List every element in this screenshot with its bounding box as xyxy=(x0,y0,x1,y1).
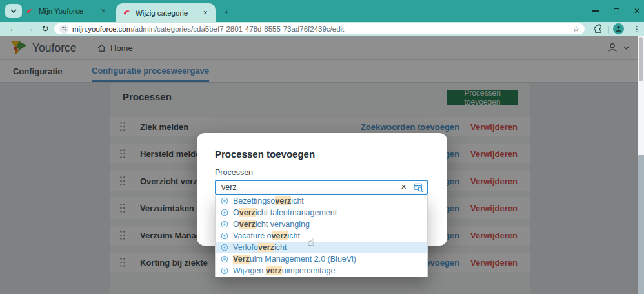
page-viewport: Youforce Home Configuratie Configuratie … xyxy=(0,36,644,294)
process-suggestions-dropdown: Bezettingsoverzicht Overzicht talentmana… xyxy=(215,195,428,277)
add-circle-icon xyxy=(221,255,228,263)
window-restore-button[interactable] xyxy=(607,0,626,22)
tune-icon xyxy=(61,26,67,32)
restore-icon xyxy=(614,8,619,14)
processes-field-label: Processen xyxy=(215,168,253,177)
chevron-down-icon xyxy=(10,9,17,13)
bookmark-star-icon[interactable]: ☆ xyxy=(572,25,579,34)
url-host: mijn.youforce.com xyxy=(72,25,132,33)
address-bar[interactable]: mijn.youforce.com/admin/categories/cda5b… xyxy=(54,23,585,34)
mouse-cursor: ☝ xyxy=(308,236,314,248)
toolbar-separator: | xyxy=(607,25,609,34)
site-info-button[interactable] xyxy=(59,25,68,34)
window-close-button[interactable]: ✕ xyxy=(627,0,644,22)
browser-menu-button[interactable]: ⋮ xyxy=(631,22,643,36)
suggestion-text: Overzicht talentmanagement xyxy=(233,208,337,217)
process-search-input[interactable] xyxy=(215,180,428,195)
suggestion-text: Vacature overzicht xyxy=(233,231,300,240)
add-circle-icon xyxy=(221,220,228,228)
forward-button[interactable]: → xyxy=(22,22,37,36)
back-button[interactable]: ← xyxy=(5,22,21,36)
suggestion-text: Verzuim Management 2.0 (BlueVi) xyxy=(233,255,356,264)
window-minimize-button[interactable] xyxy=(586,0,605,22)
browse-catalog-icon[interactable] xyxy=(414,183,423,192)
add-circle-icon xyxy=(221,197,228,205)
match-highlight: verz xyxy=(266,266,282,275)
profile-avatar[interactable] xyxy=(613,23,624,34)
scrollbar-thumb[interactable] xyxy=(639,37,643,81)
suggestion-item[interactable]: Verzuim Management 2.0 (BlueVi) xyxy=(216,253,427,265)
add-circle-icon xyxy=(221,267,228,275)
tab-title: Mijn Youforce xyxy=(39,7,95,15)
match-highlight: verz xyxy=(239,208,256,217)
browser-tab-mijn-youforce[interactable]: Mijn Youforce ✕ xyxy=(19,0,114,22)
dialog-title: Processen toevoegen xyxy=(215,149,315,160)
match-highlight: verz xyxy=(275,196,291,205)
suggestion-item[interactable]: Verlofoverzicht xyxy=(216,242,427,253)
url-path: /admin/categories/cda5bef7-2801-478d-855… xyxy=(132,25,344,33)
suggestion-item[interactable]: Wijzigen verzuimpercentage xyxy=(216,265,427,277)
browser-tab-strip: Mijn Youforce ✕ Wijzig categorie ✕ + ✕ xyxy=(0,0,644,22)
close-icon: ✕ xyxy=(634,6,640,16)
suggestion-item[interactable]: Overzicht talentmanagement xyxy=(216,207,427,218)
match-highlight: verz xyxy=(239,220,256,229)
close-tab-icon[interactable]: ✕ xyxy=(99,6,107,16)
minimize-icon xyxy=(592,10,599,12)
clear-input-icon[interactable]: ✕ xyxy=(401,183,407,191)
suggestion-text: Wijzigen verzuimpercentage xyxy=(233,266,335,275)
puzzle-icon xyxy=(593,24,603,34)
process-search-field-wrap: ✕ xyxy=(215,180,428,195)
suggestion-text: Bezettingsoverzicht xyxy=(233,196,304,205)
add-circle-icon xyxy=(221,232,228,240)
extensions-button[interactable] xyxy=(593,24,603,34)
youforce-favicon xyxy=(26,7,34,16)
match-highlight: verz xyxy=(272,231,288,240)
suggestion-item[interactable]: Overzicht vervanging xyxy=(216,218,427,230)
person-icon xyxy=(615,25,622,32)
reload-button[interactable]: ↻ xyxy=(37,22,53,36)
tab-title: Wijzig categorie xyxy=(136,9,197,17)
suggestion-item[interactable]: Vacature overzicht xyxy=(216,230,427,242)
suggestion-item[interactable]: Bezettingsoverzicht xyxy=(216,195,427,207)
suggestion-text: Verlofoverzicht xyxy=(233,243,287,252)
match-highlight: Verz xyxy=(233,255,250,264)
url-text: mijn.youforce.com/admin/categories/cda5b… xyxy=(72,25,569,33)
browser-tab-wijzig-categorie[interactable]: Wijzig categorie ✕ xyxy=(116,3,216,22)
youforce-favicon xyxy=(123,8,131,17)
close-tab-icon[interactable]: ✕ xyxy=(201,8,209,17)
suggestion-text: Overzicht vervanging xyxy=(233,220,310,229)
new-tab-button[interactable]: + xyxy=(221,5,232,17)
add-circle-icon xyxy=(221,244,228,251)
scrollbar-track-lower xyxy=(638,155,644,294)
add-circle-icon xyxy=(221,209,228,216)
match-highlight: verz xyxy=(258,243,274,252)
